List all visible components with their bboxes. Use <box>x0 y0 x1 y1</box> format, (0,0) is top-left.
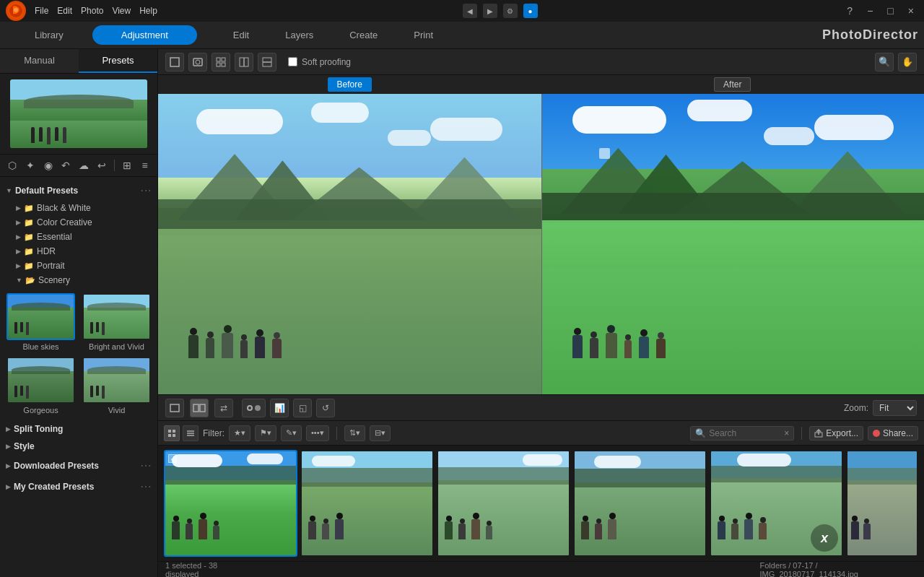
zoom-in-btn[interactable]: 🔍 <box>875 53 894 71</box>
split-toning-header[interactable]: ▶ Split Toning <box>0 420 157 438</box>
tool-btn-4[interactable]: ↶ <box>59 157 73 173</box>
style-header[interactable]: ▶ Style <box>0 438 157 455</box>
svg-rect-6 <box>222 58 225 61</box>
downloaded-presets-header[interactable]: ▶ Downloaded Presets ⋯ <box>0 455 157 476</box>
settings-icon[interactable]: ⚙ <box>503 4 518 18</box>
photo-btn[interactable] <box>188 53 207 71</box>
category-black-white[interactable]: ▶ 📁 Black & White <box>0 201 157 215</box>
preset-bright-vivid[interactable]: Bright and Vivid <box>82 293 152 351</box>
search-clear-btn[interactable]: × <box>784 428 789 438</box>
sub-edit[interactable]: Edit <box>226 25 256 45</box>
preset-gorgeous[interactable]: Gorgeous <box>6 357 76 415</box>
group-btn[interactable]: ⊟▾ <box>370 425 391 441</box>
share-btn[interactable]: Share... <box>868 426 918 441</box>
single-frame-btn[interactable] <box>165 399 184 417</box>
svg-rect-8 <box>222 63 225 66</box>
swap-btn[interactable]: ⇄ <box>214 399 233 417</box>
filmstrip-list-btn[interactable] <box>183 425 199 441</box>
menu-help[interactable]: Help <box>139 6 157 16</box>
grid-view-btn[interactable] <box>212 53 230 71</box>
filter-edit-btn[interactable]: ✎▾ <box>281 425 302 441</box>
soft-proofing-checkbox[interactable] <box>288 57 297 66</box>
tool-btn-list[interactable]: ≡ <box>138 157 152 173</box>
filter-more-btn[interactable]: •••▾ <box>306 425 329 441</box>
category-scenery[interactable]: ▼ 📂 Scenery <box>0 273 157 287</box>
tool-btn-3[interactable]: ◉ <box>41 157 55 173</box>
forward-icon[interactable]: ▶ <box>483 4 497 18</box>
bw-folder-icon: 📁 <box>24 204 34 213</box>
soft-proofing: Soft proofing <box>288 57 351 67</box>
compare-view-btn[interactable] <box>235 53 253 71</box>
tab-adjustment[interactable]: Adjustment <box>92 25 197 45</box>
filmstrip-selected-marker: ✓ <box>168 454 177 463</box>
overlay-btn[interactable]: ◱ <box>293 399 312 417</box>
tool-btn-1[interactable]: ⬡ <box>6 157 19 173</box>
menu-photo[interactable]: Photo <box>81 6 103 16</box>
my-presets-options[interactable]: ⋯ <box>140 480 152 493</box>
pan-btn[interactable]: ✋ <box>898 53 917 71</box>
menu-view[interactable]: View <box>112 6 131 16</box>
category-portrait[interactable]: ▶ 📁 Portrait <box>0 259 157 273</box>
preset-vivid-label: Vivid <box>108 406 126 415</box>
filmstrip-grid-btn[interactable] <box>164 425 180 441</box>
maximize-icon[interactable]: □ <box>883 4 897 18</box>
preset-gorgeous-img <box>6 357 75 404</box>
rotate-btn[interactable]: ↺ <box>316 399 335 417</box>
svg-point-4 <box>196 60 200 64</box>
filter-star-btn[interactable]: ★▾ <box>229 425 250 441</box>
after-button[interactable]: After <box>714 77 751 92</box>
svg-rect-16 <box>168 430 171 433</box>
filmstrip-item-3[interactable] <box>573 450 707 557</box>
single-view-btn[interactable] <box>165 53 184 71</box>
split-frame-btn[interactable] <box>190 399 209 417</box>
sync-icon[interactable]: ● <box>523 4 538 18</box>
sort-btn[interactable]: ⇅▾ <box>344 425 365 441</box>
menu-file[interactable]: File <box>35 6 48 16</box>
zoom-label: Zoom: <box>844 403 868 413</box>
category-hdr[interactable]: ▶ 📁 HDR <box>0 244 157 259</box>
menu-edit[interactable]: Edit <box>57 6 72 16</box>
search-input[interactable] <box>709 428 781 438</box>
filmstrip-toolbar: Filter: ★▾ ⚑▾ ✎▾ •••▾ ⇅▾ ⊟▾ 🔍 × E <box>158 421 924 446</box>
zoom-select[interactable]: Fit 25% 50% 100% 200% <box>873 400 917 416</box>
tab-library[interactable]: Library <box>6 25 92 45</box>
help-icon[interactable]: ? <box>842 4 857 18</box>
tab-manual[interactable]: Manual <box>0 49 79 73</box>
tool-btn-undo[interactable]: ↩ <box>95 157 108 173</box>
tool-btn-cloud[interactable]: ☁ <box>77 157 91 173</box>
image-toolbar: Soft proofing 🔍 ✋ <box>158 49 924 75</box>
split-toning-label: Split Toning <box>14 424 63 434</box>
minimize-icon[interactable]: − <box>863 4 877 18</box>
close-icon[interactable]: × <box>904 4 918 18</box>
export-btn[interactable]: Export... <box>809 426 863 441</box>
preset-blue-skies[interactable]: Blue skies <box>6 293 76 351</box>
default-presets-header[interactable]: ▼ Default Presets ⋯ <box>0 180 157 201</box>
category-essential[interactable]: ▶ 📁 Essential <box>0 230 157 244</box>
filmstrip-item-5[interactable] <box>846 450 918 557</box>
preset-blue-skies-img <box>6 293 75 340</box>
before-button[interactable]: Before <box>328 77 372 92</box>
svg-rect-14 <box>193 404 199 412</box>
filmstrip-item-1[interactable] <box>300 450 434 557</box>
filmstrip-item-2[interactable] <box>437 450 570 557</box>
split-view-btn[interactable] <box>258 53 276 71</box>
sub-print[interactable]: Print <box>406 25 440 45</box>
histogram-btn[interactable]: 📊 <box>270 399 289 417</box>
filmstrip-item-0[interactable]: ✓ <box>164 450 297 557</box>
filter-flag-btn[interactable]: ⚑▾ <box>255 425 276 441</box>
tool-btn-grid[interactable]: ⊞ <box>121 157 134 173</box>
sub-create[interactable]: Create <box>342 25 385 45</box>
bw-label: Black & White <box>37 203 91 213</box>
downloaded-options[interactable]: ⋯ <box>140 459 152 472</box>
default-presets-label: Default Presets <box>15 186 78 196</box>
my-presets-header[interactable]: ▶ My Created Presets ⋯ <box>0 476 157 497</box>
filmstrip-item-4[interactable]: x <box>710 450 843 557</box>
back-icon[interactable]: ◀ <box>463 4 477 18</box>
preset-vivid[interactable]: Vivid <box>82 357 152 415</box>
category-color-creative[interactable]: ▶ 📁 Color Creative <box>0 215 157 230</box>
tab-presets[interactable]: Presets <box>79 49 157 73</box>
tool-btn-2[interactable]: ✦ <box>24 157 38 173</box>
sub-layers[interactable]: Layers <box>278 25 321 45</box>
default-presets-options[interactable]: ⋯ <box>140 183 152 197</box>
panel-tabs: Manual Presets <box>0 49 157 74</box>
